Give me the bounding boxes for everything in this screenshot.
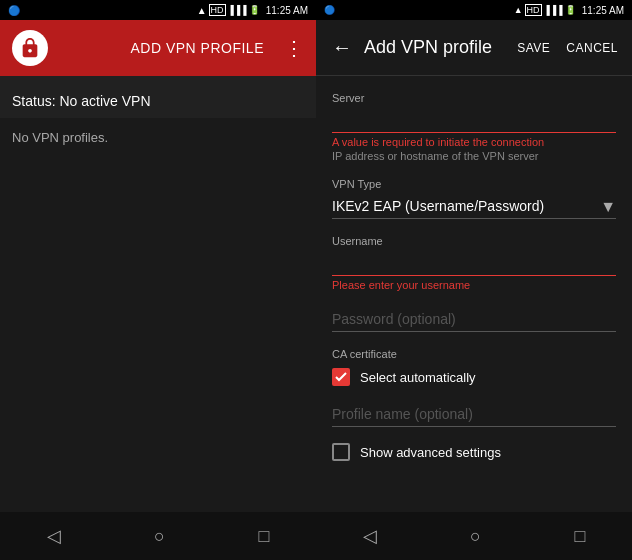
- right-battery-icon: 🔋: [565, 5, 576, 15]
- checkmark-icon: [335, 371, 347, 383]
- right-back-nav-icon[interactable]: ◁: [363, 525, 377, 547]
- ca-cert-group: CA certificate Select automatically: [332, 348, 616, 386]
- right-hd-icon: HD: [525, 4, 542, 16]
- ca-cert-label: CA certificate: [332, 348, 616, 360]
- ca-cert-checkbox[interactable]: [332, 368, 350, 386]
- right-header: ← Add VPN profile SAVE CANCEL: [316, 20, 632, 76]
- server-error: A value is required to initiate the conn…: [332, 136, 616, 148]
- right-bluetooth-icon: 🔵: [324, 5, 335, 15]
- status-label: Status:: [12, 93, 56, 109]
- vpn-type-group: VPN Type IKEv2 EAP (Username/Password) I…: [332, 178, 616, 219]
- right-recent-nav-icon[interactable]: □: [574, 526, 585, 547]
- back-button[interactable]: ←: [324, 28, 360, 67]
- wifi-icon: ▲: [197, 5, 207, 16]
- server-group: Server A value is required to initiate t…: [332, 92, 616, 162]
- right-time: 11:25 AM: [582, 5, 624, 16]
- save-button[interactable]: SAVE: [511, 33, 556, 63]
- advanced-checkbox[interactable]: [332, 443, 350, 461]
- right-status-icons-left: 🔵: [324, 5, 335, 15]
- battery-icon: 🔋: [249, 5, 260, 15]
- hd-icon: HD: [209, 4, 226, 16]
- right-home-nav-icon[interactable]: ○: [470, 526, 481, 547]
- cancel-button[interactable]: CANCEL: [560, 33, 624, 63]
- server-input[interactable]: [332, 108, 616, 133]
- vpn-logo: [12, 30, 48, 66]
- home-nav-icon[interactable]: ○: [154, 526, 165, 547]
- left-panel: 🔵 ▲ HD ▐▐▐ 🔋 11:25 AM ADD VPN PROFILE ⋮ …: [0, 0, 316, 560]
- left-status-bar: 🔵 ▲ HD ▐▐▐ 🔋 11:25 AM: [0, 0, 316, 20]
- left-spacer: [0, 157, 316, 512]
- left-header: ADD VPN PROFILE ⋮: [0, 20, 316, 76]
- server-label: Server: [332, 92, 616, 104]
- password-input[interactable]: [332, 307, 616, 332]
- left-nav-bar: ◁ ○ □: [0, 512, 316, 560]
- right-status-bar: 🔵 ▲ HD ▐▐▐ 🔋 11:25 AM: [316, 0, 632, 20]
- right-wifi-icon: ▲: [514, 5, 523, 15]
- username-error: Please enter your username: [332, 279, 616, 291]
- recent-nav-icon[interactable]: □: [258, 526, 269, 547]
- vpn-status-section: Status: No active VPN: [0, 76, 316, 118]
- menu-button[interactable]: ⋮: [284, 36, 304, 60]
- username-label: Username: [332, 235, 616, 247]
- no-profiles-text: No VPN profiles.: [0, 118, 316, 157]
- password-group: [332, 307, 616, 332]
- header-actions: SAVE CANCEL: [511, 33, 624, 63]
- right-nav-bar: ◁ ○ □: [316, 512, 632, 560]
- right-status-icons-right: ▲ HD ▐▐▐ 🔋 11:25 AM: [514, 4, 624, 16]
- right-panel: 🔵 ▲ HD ▐▐▐ 🔋 11:25 AM ← Add VPN profile …: [316, 0, 632, 560]
- ca-cert-checkbox-row: Select automatically: [332, 368, 616, 386]
- profile-name-group: [332, 402, 616, 427]
- server-hint: IP address or hostname of the VPN server: [332, 150, 616, 162]
- profile-name-input[interactable]: [332, 402, 616, 427]
- advanced-settings-row: Show advanced settings: [332, 443, 616, 461]
- right-signal-icon: ▐▐▐: [544, 5, 563, 15]
- left-time: 11:25 AM: [266, 5, 308, 16]
- add-vpn-profile-title: Add VPN profile: [360, 37, 511, 58]
- vpn-type-select[interactable]: IKEv2 EAP (Username/Password) IKEv2 RSA …: [332, 194, 616, 219]
- left-status-icons-right: ▲ HD ▐▐▐ 🔋 11:25 AM: [197, 4, 308, 16]
- bluetooth-icon: 🔵: [8, 5, 20, 16]
- vpn-type-label: VPN Type: [332, 178, 616, 190]
- vpn-status-text: Status: No active VPN: [12, 93, 151, 109]
- username-group: Username Please enter your username: [332, 235, 616, 291]
- advanced-label: Show advanced settings: [360, 445, 501, 460]
- left-header-title: ADD VPN PROFILE: [60, 40, 272, 56]
- signal-icon: ▐▐▐: [228, 5, 247, 15]
- back-nav-icon[interactable]: ◁: [47, 525, 61, 547]
- status-value: No active VPN: [59, 93, 150, 109]
- vpn-type-select-wrapper: IKEv2 EAP (Username/Password) IKEv2 RSA …: [332, 194, 616, 219]
- form-content: Server A value is required to initiate t…: [316, 76, 632, 512]
- lock-icon: [19, 37, 41, 59]
- ca-cert-checkbox-label: Select automatically: [360, 370, 476, 385]
- left-status-icons-left: 🔵: [8, 5, 20, 16]
- username-input[interactable]: [332, 251, 616, 276]
